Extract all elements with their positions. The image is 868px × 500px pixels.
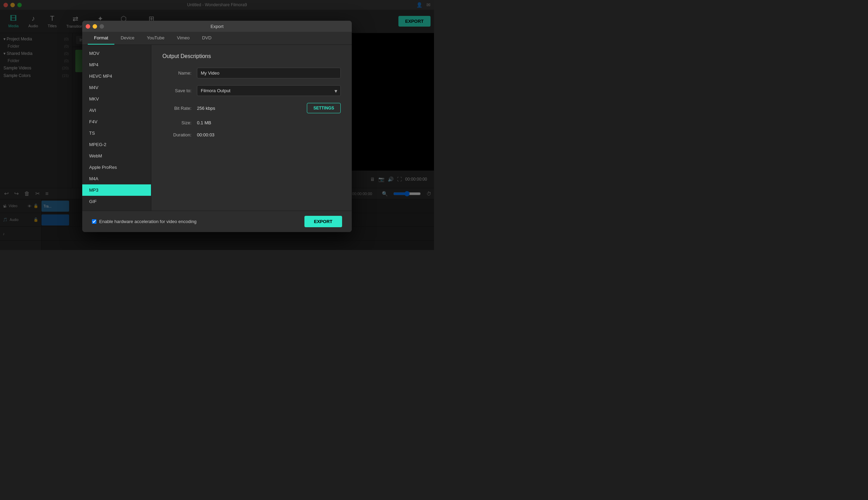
duration-label: Duration:	[162, 132, 197, 137]
tab-format[interactable]: Format	[88, 32, 114, 45]
format-gif[interactable]: GIF	[82, 196, 151, 207]
format-m4a[interactable]: M4A	[82, 173, 151, 184]
tab-youtube[interactable]: YouTube	[141, 32, 171, 45]
format-avi[interactable]: AVI	[82, 105, 151, 116]
size-value: 0.1 MB	[197, 120, 341, 125]
name-field-row: Name:	[162, 68, 341, 78]
hw-accel-text: Enable hardware acceleration for video e…	[99, 219, 197, 224]
saveto-select-wrapper: Filmora Output ▾	[197, 85, 341, 96]
format-apple-prores[interactable]: Apple ProRes	[82, 162, 151, 173]
bitrate-label: Bit Rate:	[162, 106, 197, 111]
bitrate-field-row: Bit Rate: 256 kbps SETTINGS	[162, 103, 341, 113]
bitrate-value: 256 kbps	[197, 106, 300, 111]
name-input[interactable]	[197, 68, 341, 78]
export-dialog: Export Format Device YouTube Vimeo DVD M…	[82, 21, 352, 232]
format-mpeg2[interactable]: MPEG-2	[82, 139, 151, 150]
dialog-footer: Enable hardware acceleration for video e…	[82, 211, 352, 232]
export-dialog-overlay: Export Format Device YouTube Vimeo DVD M…	[0, 0, 434, 250]
tab-device[interactable]: Device	[114, 32, 141, 45]
settings-button[interactable]: SETTINGS	[307, 103, 341, 113]
saveto-select[interactable]: Filmora Output	[197, 85, 341, 96]
dialog-body: MOV MP4 HEVC MP4 M4V MKV AVI F4V TS MPEG…	[82, 45, 352, 211]
format-list: MOV MP4 HEVC MP4 M4V MKV AVI F4V TS MPEG…	[82, 45, 151, 211]
name-label: Name:	[162, 70, 197, 76]
dialog-close-button[interactable]	[86, 24, 90, 29]
dialog-tabs: Format Device YouTube Vimeo DVD	[82, 32, 352, 45]
format-f4v[interactable]: F4V	[82, 116, 151, 127]
dialog-titlebar: Export	[82, 21, 352, 32]
dialog-disabled-button	[100, 24, 104, 29]
format-mkv[interactable]: MKV	[82, 93, 151, 105]
hw-accel-label[interactable]: Enable hardware acceleration for video e…	[92, 219, 300, 224]
saveto-field-row: Save to: Filmora Output ▾	[162, 85, 341, 96]
duration-field-row: Duration: 00:00:03	[162, 132, 341, 137]
dialog-title: Export	[210, 24, 224, 29]
saveto-label: Save to:	[162, 88, 197, 93]
tab-dvd[interactable]: DVD	[196, 32, 218, 45]
format-m4v[interactable]: M4V	[82, 82, 151, 93]
format-hevc-mp4[interactable]: HEVC MP4	[82, 70, 151, 82]
dialog-minimize-button[interactable]	[93, 24, 97, 29]
format-ts[interactable]: TS	[82, 127, 151, 139]
duration-value: 00:00:03	[197, 132, 341, 137]
format-mov[interactable]: MOV	[82, 48, 151, 59]
format-webm[interactable]: WebM	[82, 150, 151, 162]
format-mp4[interactable]: MP4	[82, 59, 151, 70]
size-label: Size:	[162, 120, 197, 125]
dialog-export-button[interactable]: EXPORT	[304, 216, 342, 227]
output-title: Output Descriptions	[162, 53, 341, 59]
format-mp3[interactable]: MP3	[82, 184, 151, 196]
output-panel: Output Descriptions Name: Save to: Filmo…	[151, 45, 352, 211]
hw-accel-checkbox[interactable]	[92, 219, 96, 224]
dialog-window-controls[interactable]	[86, 24, 104, 29]
size-field-row: Size: 0.1 MB	[162, 120, 341, 125]
tab-vimeo[interactable]: Vimeo	[171, 32, 196, 45]
